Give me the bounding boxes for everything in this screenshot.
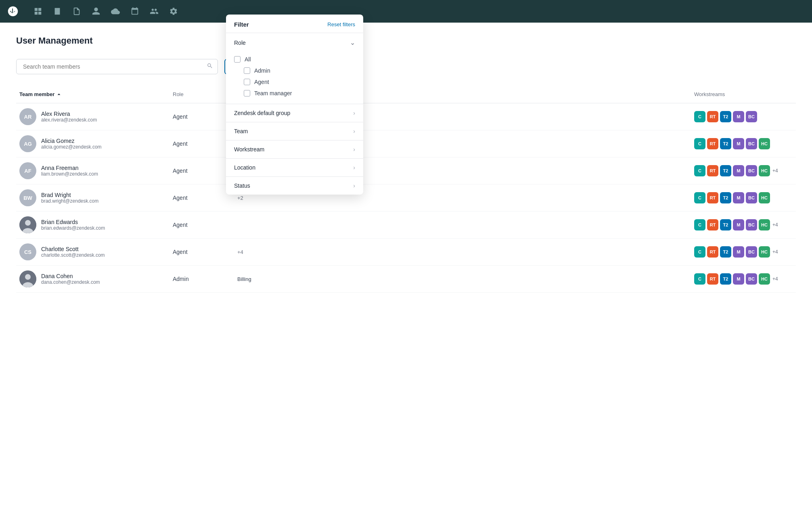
arrow-right-icon-workstream: › xyxy=(353,146,355,153)
search-input[interactable] xyxy=(16,59,218,74)
svg-point-1 xyxy=(25,220,31,226)
filter-section-zendesk-default-group-header[interactable]: Zendesk default group › xyxy=(226,104,363,122)
chevron-down-icon: ⌄ xyxy=(350,39,355,46)
workstreams-cell: CRTT2MBC xyxy=(691,111,796,122)
filter-section-team-label: Team xyxy=(234,128,248,134)
main-content: User Management Filter Team member Role … xyxy=(0,23,812,528)
workstreams-cell: CRTT2MBCHC xyxy=(691,192,796,203)
workstream-badge: M xyxy=(733,273,744,285)
avatar: BW xyxy=(19,189,36,206)
member-info: Dana Cohen dana.cohen@zendesk.com xyxy=(41,273,100,285)
workstream-badge: BC xyxy=(746,165,757,176)
member-name: Anna Freeman xyxy=(41,165,98,171)
dashboard-icon[interactable] xyxy=(32,6,44,17)
calendar-icon[interactable] xyxy=(129,6,140,17)
workstream-badge: T2 xyxy=(720,246,731,258)
logo[interactable] xyxy=(6,5,19,18)
filter-section-status-header[interactable]: Status › xyxy=(226,177,363,195)
workstream-badge: HC xyxy=(759,165,770,176)
member-cell: Dana Cohen dana.cohen@zendesk.com xyxy=(16,270,170,287)
checkbox-all[interactable] xyxy=(234,56,241,63)
table-container: Team member Role Team Workstreams AR Ale… xyxy=(16,86,796,293)
documents-icon[interactable] xyxy=(71,6,82,17)
workstream-badge: BC xyxy=(746,192,757,203)
top-navigation xyxy=(0,0,812,23)
member-name: Alicia Gomez xyxy=(41,138,102,144)
workstream-badge: M xyxy=(733,138,744,149)
workstream-more: +4 xyxy=(772,276,778,282)
workstreams-cell: CRTT2MBCHC+4 xyxy=(691,273,796,285)
svg-point-4 xyxy=(25,274,31,280)
workstream-badge: C xyxy=(694,192,705,203)
label-agent: Agent xyxy=(254,79,269,85)
filter-section-location-label: Location xyxy=(234,164,255,171)
filter-title: Filter xyxy=(234,21,249,28)
team-cell: +2 xyxy=(234,195,691,201)
filter-option-admin[interactable]: Admin xyxy=(234,65,355,76)
contacts-icon[interactable] xyxy=(90,6,102,17)
workstreams-cell: CRTT2MBCHC+4 xyxy=(691,219,796,230)
member-email: charlotte.scott@zendesk.com xyxy=(41,252,105,258)
member-cell: AG Alicia Gomez alicia.gomez@zendesk.com xyxy=(16,135,170,152)
team-cell: Billing xyxy=(234,276,691,282)
workstreams-cell: CRTT2MBCHC+4 xyxy=(691,246,796,258)
table-row: AG Alicia Gomez alicia.gomez@zendesk.com… xyxy=(16,130,796,157)
member-email: brian.edwards@zendesk.com xyxy=(41,225,105,231)
table-row: AR Alex Rivera alex.rivera@zendesk.com A… xyxy=(16,103,796,130)
workstreams-cell: CRTT2MBCHC+4 xyxy=(691,165,796,176)
reset-filters-button[interactable]: Reset filters xyxy=(327,21,355,27)
cloud-icon[interactable] xyxy=(110,6,121,17)
search-container xyxy=(16,59,218,74)
workstream-badge: HC xyxy=(759,138,770,149)
workstream-badge: BC xyxy=(746,138,757,149)
role-cell: Agent xyxy=(170,113,234,120)
checkbox-team-manager[interactable] xyxy=(244,90,250,96)
member-cell: AR Alex Rivera alex.rivera@zendesk.com xyxy=(16,108,170,125)
reports-icon[interactable] xyxy=(52,6,63,17)
role-cell: Admin xyxy=(170,276,234,282)
filter-section-team-header[interactable]: Team › xyxy=(226,122,363,140)
checkbox-agent[interactable] xyxy=(244,79,250,85)
filter-section-workstream-header[interactable]: Workstream › xyxy=(226,140,363,158)
filter-section-location-header[interactable]: Location › xyxy=(226,159,363,176)
workstream-badge: HC xyxy=(759,192,770,203)
filter-section-role-label: Role xyxy=(234,40,246,46)
filter-section-role-header[interactable]: Role ⌄ xyxy=(226,33,363,52)
workstream-badge: RT xyxy=(707,273,718,285)
member-email: dana.cohen@zendesk.com xyxy=(41,279,100,285)
table-row: CS Charlotte Scott charlotte.scott@zende… xyxy=(16,239,796,266)
filter-section-status-label: Status xyxy=(234,182,250,189)
workstream-badge: C xyxy=(694,219,705,230)
role-cell: Agent xyxy=(170,249,234,255)
workstream-badge: M xyxy=(733,246,744,258)
workstream-badge: HC xyxy=(759,273,770,285)
checkbox-admin[interactable] xyxy=(244,67,250,74)
workstream-badge: C xyxy=(694,111,705,122)
member-info: Alicia Gomez alicia.gomez@zendesk.com xyxy=(41,138,102,150)
role-cell: Agent xyxy=(170,140,234,147)
filter-section-workstream: Workstream › xyxy=(226,140,363,159)
filter-section-location: Location › xyxy=(226,159,363,177)
filter-option-team-manager[interactable]: Team manager xyxy=(234,88,355,99)
workstream-badge: T2 xyxy=(720,192,731,203)
filter-option-agent[interactable]: Agent xyxy=(234,76,355,88)
workstream-badge: BC xyxy=(746,219,757,230)
avatar: CS xyxy=(19,243,36,260)
avatar: AG xyxy=(19,135,36,152)
workstream-more: +4 xyxy=(772,222,778,228)
workstream-more: +4 xyxy=(772,168,778,174)
col-team-member[interactable]: Team member xyxy=(16,89,170,100)
workstream-badge: T2 xyxy=(720,165,731,176)
arrow-right-icon-team: › xyxy=(353,128,355,134)
table-row: AF Anna Freeman liam.brown@zendesk.com A… xyxy=(16,157,796,184)
member-email: alicia.gomez@zendesk.com xyxy=(41,144,102,150)
member-info: Anna Freeman liam.brown@zendesk.com xyxy=(41,165,98,177)
settings-icon[interactable] xyxy=(168,6,179,17)
filter-section-zendesk-default-group-label: Zendesk default group xyxy=(234,110,290,116)
member-name: Charlotte Scott xyxy=(41,246,105,252)
team-icon[interactable] xyxy=(149,6,160,17)
role-cell: Agent xyxy=(170,195,234,201)
workstream-badge: RT xyxy=(707,165,718,176)
workstream-badge: M xyxy=(733,192,744,203)
filter-option-all[interactable]: All xyxy=(234,54,355,65)
